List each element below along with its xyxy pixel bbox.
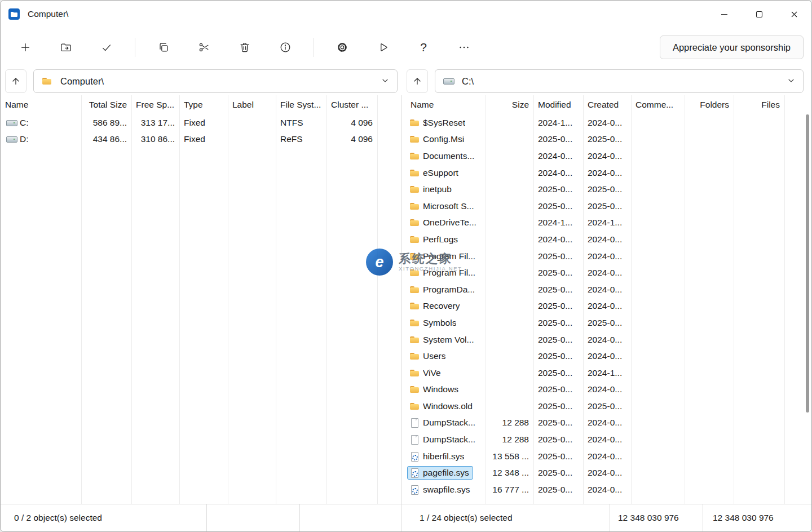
- files-cell: [734, 331, 784, 348]
- created-cell: 2024-1...: [583, 365, 631, 382]
- file-row[interactable]: Windows 2025-0... 2024-0...: [401, 382, 811, 398]
- help-button[interactable]: ?: [411, 35, 436, 60]
- delete-button[interactable]: [232, 35, 257, 60]
- files-cell: [734, 431, 784, 448]
- file-row[interactable]: pagefile.sys 12 348 ... 2025-0... 2024-0…: [401, 464, 811, 481]
- modified-cell: 2025-0...: [533, 181, 583, 198]
- file-name: Config.Msi: [423, 134, 464, 144]
- file-row[interactable]: PerfLogs 2024-0... 2024-0...: [401, 231, 811, 248]
- file-type-icon: [409, 201, 420, 211]
- file-row[interactable]: DumpStack... 12 288 2025-0... 2024-0...: [401, 415, 811, 432]
- file-row[interactable]: Config.Msi 2025-0... 2025-0...: [401, 131, 811, 148]
- column-header-total-size[interactable]: Total Size: [81, 95, 131, 114]
- file-row[interactable]: swapfile.sys 16 777 ... 2025-0... 2024-0…: [401, 481, 811, 498]
- file-row[interactable]: DumpStack... 12 288 2025-0... 2024-0...: [401, 431, 811, 448]
- file-row[interactable]: eSupport 2024-0... 2024-0...: [401, 165, 811, 181]
- file-row[interactable]: hiberfil.sys 13 558 ... 2025-0... 2024-0…: [401, 448, 811, 465]
- file-type-icon: [409, 301, 420, 311]
- column-header-size[interactable]: Size: [486, 95, 533, 114]
- select-button[interactable]: [94, 35, 119, 60]
- column-header-name[interactable]: Name: [401, 95, 486, 114]
- column-header-cluster[interactable]: Cluster ...: [326, 95, 377, 114]
- created-cell: 2025-0...: [583, 198, 631, 215]
- file-row[interactable]: Recovery 2025-0... 2024-0...: [401, 298, 811, 315]
- cut-button[interactable]: [192, 35, 217, 60]
- drive-row[interactable]: D: 434 86... 310 86... Fixed ReFS 4 096: [1, 131, 401, 148]
- file-row[interactable]: Windows.old 2025-0... 2025-0...: [401, 398, 811, 415]
- scrollbar-thumb[interactable]: [806, 114, 809, 413]
- column-header-file-system[interactable]: File Syst...: [276, 95, 326, 114]
- right-pane: Name Size Modified Created Comme... Fold…: [401, 95, 811, 504]
- modified-cell: 2025-0...: [533, 314, 583, 331]
- vertical-scrollbar[interactable]: [805, 114, 810, 502]
- comment-cell: [631, 281, 685, 298]
- add-button[interactable]: [13, 35, 38, 60]
- drive-row[interactable]: C: 586 89... 313 17... Fixed NTFS 4 096: [1, 114, 401, 131]
- info-button[interactable]: [273, 35, 298, 60]
- column-header-name[interactable]: Name: [1, 95, 81, 114]
- files-cell: [734, 131, 784, 148]
- settings-button[interactable]: [330, 35, 355, 60]
- file-row[interactable]: inetpub 2025-0... 2025-0...: [401, 181, 811, 198]
- created-cell: 2024-0...: [583, 448, 631, 465]
- files-cell: [734, 215, 784, 232]
- created-cell: 2024-0...: [583, 114, 631, 131]
- app-icon: [8, 8, 20, 20]
- file-name: pagefile.sys: [423, 468, 469, 478]
- run-button[interactable]: [370, 35, 395, 60]
- file-type-icon: [409, 485, 420, 495]
- left-up-button[interactable]: [5, 69, 27, 93]
- created-cell: 2024-1...: [583, 215, 631, 232]
- file-row[interactable]: Program Fil... 2025-0... 2024-0...: [401, 264, 811, 281]
- created-cell: 2024-0...: [583, 415, 631, 432]
- right-path-combobox[interactable]: C:\: [435, 69, 804, 93]
- file-type-icon: [409, 401, 420, 411]
- modified-cell: 2025-0...: [533, 431, 583, 448]
- size-cell: [486, 248, 533, 265]
- column-header-created[interactable]: Created: [583, 95, 631, 114]
- file-row[interactable]: Documents... 2024-0... 2024-0...: [401, 148, 811, 165]
- folders-cell: [685, 481, 734, 498]
- right-column-headers: Name Size Modified Created Comme... Fold…: [401, 95, 811, 114]
- file-row[interactable]: ProgramDa... 2025-0... 2024-0...: [401, 281, 811, 298]
- file-row[interactable]: $SysReset 2024-1... 2024-0...: [401, 114, 811, 131]
- column-header-type[interactable]: Type: [179, 95, 228, 114]
- size-cell: [486, 348, 533, 365]
- size-cell: [486, 365, 533, 382]
- right-address-group: C:\: [401, 69, 811, 93]
- sponsor-button[interactable]: Appreciate your sponsorship: [660, 36, 804, 59]
- more-button[interactable]: [452, 35, 476, 60]
- files-cell: [734, 281, 784, 298]
- close-button[interactable]: [776, 1, 811, 28]
- left-path-combobox[interactable]: Computer\: [33, 69, 398, 93]
- minimize-button[interactable]: [707, 1, 742, 28]
- file-row[interactable]: Users 2025-0... 2024-0...: [401, 348, 811, 365]
- comment-cell: [631, 131, 685, 148]
- right-up-button[interactable]: [407, 69, 428, 93]
- column-header-modified[interactable]: Modified: [533, 95, 583, 114]
- file-row[interactable]: Symbols 2025-0... 2025-0...: [401, 314, 811, 331]
- file-name: Recovery: [423, 301, 460, 311]
- file-type-icon: [409, 285, 420, 295]
- modified-cell: 2024-1...: [533, 114, 583, 131]
- file-name: Windows.old: [423, 401, 473, 411]
- column-header-free-space[interactable]: Free Sp...: [131, 95, 179, 114]
- size-cell: [486, 314, 533, 331]
- size-cell: 13 558 ...: [486, 448, 533, 465]
- file-row[interactable]: Microsoft S... 2025-0... 2025-0...: [401, 198, 811, 215]
- file-name: eSupport: [423, 168, 458, 178]
- column-header-folders[interactable]: Folders: [685, 95, 734, 114]
- file-row[interactable]: System Vol... 2025-0... 2024-0...: [401, 331, 811, 348]
- file-row[interactable]: Program Fil... 2025-0... 2024-0...: [401, 248, 811, 265]
- open-folder-button[interactable]: [54, 35, 78, 60]
- folders-cell: [685, 231, 734, 248]
- column-header-label[interactable]: Label: [228, 95, 276, 114]
- file-row[interactable]: OneDriveTe... 2024-1... 2024-1...: [401, 215, 811, 232]
- copy-button[interactable]: [151, 35, 176, 60]
- column-header-files[interactable]: Files: [734, 95, 784, 114]
- file-row[interactable]: ViVe 2025-0... 2024-1...: [401, 365, 811, 382]
- column-header-comment[interactable]: Comme...: [631, 95, 685, 114]
- file-type-icon: [409, 168, 420, 178]
- maximize-button[interactable]: [742, 1, 776, 28]
- folders-cell: [685, 165, 734, 181]
